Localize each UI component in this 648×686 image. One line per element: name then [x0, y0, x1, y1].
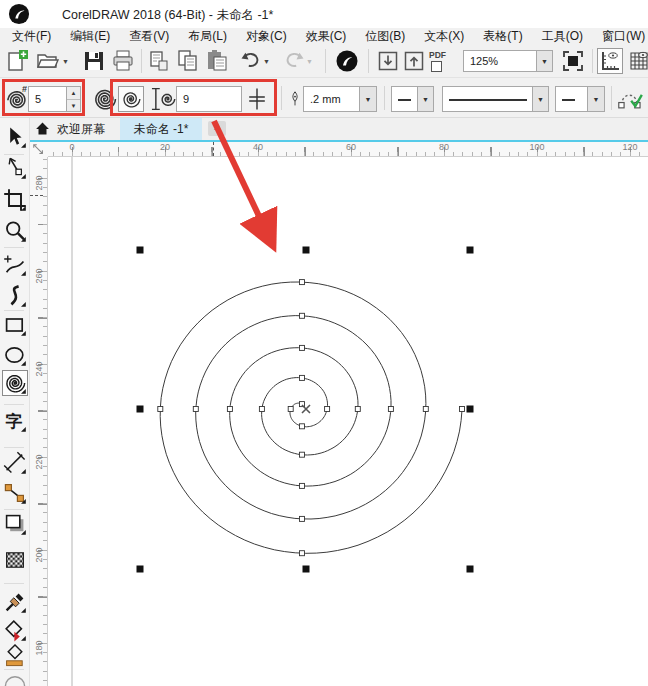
curve-node[interactable]: [288, 407, 293, 412]
transparency-tool[interactable]: [3, 548, 27, 572]
menu-item[interactable]: 编辑(E): [70, 28, 110, 45]
outline-pen-tool[interactable]: [3, 672, 27, 686]
close-curve-button[interactable]: [617, 86, 643, 112]
pick-tool[interactable]: [3, 125, 27, 149]
zoom-tool[interactable]: [3, 219, 27, 243]
curve-node[interactable]: [300, 516, 305, 521]
menu-item[interactable]: 文本(X): [424, 28, 464, 45]
curve-node[interactable]: [158, 407, 163, 412]
spiral-tool[interactable]: [3, 371, 27, 395]
selection-handle[interactable]: [467, 566, 474, 573]
home-icon[interactable]: [34, 121, 51, 137]
zoom-level-combo[interactable]: 125%: [463, 50, 537, 72]
dimension-tool[interactable]: [3, 451, 27, 475]
shape-tool[interactable]: [3, 156, 27, 180]
open-button[interactable]: [36, 49, 60, 73]
undo-button[interactable]: [239, 49, 263, 73]
curve-node[interactable]: [355, 407, 360, 412]
menu-item[interactable]: 位图(B): [365, 28, 405, 45]
curve-node[interactable]: [300, 345, 305, 350]
object-center-mark[interactable]: [302, 405, 310, 413]
zoom-level-dropdown[interactable]: ▼: [536, 50, 553, 72]
vertical-ruler[interactable]: 280260240220200180: [30, 157, 48, 686]
ruler-origin[interactable]: [30, 142, 48, 157]
curve-node[interactable]: [423, 407, 428, 412]
logarithmic-spiral-button[interactable]: [118, 86, 144, 112]
selection-handle[interactable]: [137, 566, 144, 573]
spiral-object[interactable]: [160, 282, 462, 553]
line-style-dropdown[interactable]: ▼: [532, 86, 549, 112]
curve-node[interactable]: [325, 407, 330, 412]
ellipse-tool[interactable]: [3, 343, 27, 367]
start-arrowhead-dropdown[interactable]: ▼: [417, 86, 434, 112]
smart-fill-tool[interactable]: [3, 644, 27, 668]
publish-pdf-button[interactable]: PDF: [429, 49, 455, 73]
import-button[interactable]: [376, 49, 400, 73]
drop-shadow-tool[interactable]: [3, 512, 27, 536]
menu-item[interactable]: 对象(C): [246, 28, 287, 45]
outline-width-dropdown[interactable]: ▼: [359, 86, 377, 112]
copy-button[interactable]: [176, 49, 200, 73]
curve-node[interactable]: [300, 375, 305, 380]
selection-handle[interactable]: [137, 247, 144, 254]
curve-node[interactable]: [300, 551, 305, 556]
drawing-canvas[interactable]: [48, 157, 648, 686]
open-dropdown-caret[interactable]: ▼: [62, 58, 69, 65]
full-screen-preview-button[interactable]: [561, 49, 585, 73]
menu-item[interactable]: 布局(L): [188, 28, 227, 45]
undo-dropdown-caret[interactable]: ▼: [263, 58, 270, 65]
tab-welcome-screen[interactable]: 欢迎屏幕: [57, 118, 105, 140]
spiral-expansion-input[interactable]: 9: [176, 86, 242, 112]
launch-button[interactable]: [335, 49, 359, 73]
new-tab-button[interactable]: +: [208, 121, 226, 136]
selection-handle[interactable]: [303, 247, 310, 254]
interactive-fill-tool[interactable]: [3, 618, 27, 642]
crop-tool[interactable]: [3, 188, 27, 212]
curve-node[interactable]: [259, 407, 264, 412]
show-grid-button[interactable]: [627, 49, 648, 73]
redo-dropdown-caret[interactable]: ▼: [306, 58, 313, 65]
curve-node[interactable]: [193, 407, 198, 412]
artistic-media-tool[interactable]: [3, 284, 27, 308]
menu-item[interactable]: 文件(F): [12, 28, 51, 45]
menu-item[interactable]: 表格(T): [483, 28, 522, 45]
curve-node[interactable]: [460, 407, 465, 412]
text-tool[interactable]: 字: [3, 409, 27, 433]
tab-document[interactable]: 未命名 -1*: [120, 118, 202, 140]
connector-tool[interactable]: [3, 481, 27, 505]
end-arrowhead-combo[interactable]: [555, 86, 588, 112]
menu-item[interactable]: 工具(O): [542, 28, 583, 45]
redo-button[interactable]: [282, 49, 306, 73]
curve-node[interactable]: [300, 452, 305, 457]
cut-button[interactable]: [147, 49, 171, 73]
export-button[interactable]: [402, 49, 426, 73]
curve-node[interactable]: [300, 483, 305, 488]
paste-button[interactable]: [205, 49, 229, 73]
selection-handle[interactable]: [137, 406, 144, 413]
start-arrowhead-combo[interactable]: [391, 86, 418, 112]
menu-item[interactable]: 窗口(W): [602, 28, 645, 45]
print-button[interactable]: [111, 49, 135, 73]
curve-node[interactable]: [300, 313, 305, 318]
selection-handle[interactable]: [467, 406, 474, 413]
end-arrowhead-dropdown[interactable]: ▼: [587, 86, 605, 112]
curve-node[interactable]: [388, 407, 393, 412]
curve-node[interactable]: [300, 424, 305, 429]
menu-item[interactable]: 查看(V): [129, 28, 169, 45]
selection-handle[interactable]: [303, 566, 310, 573]
rectangle-tool[interactable]: [3, 313, 27, 337]
line-style-combo[interactable]: [442, 86, 533, 112]
new-document-button[interactable]: [5, 49, 29, 73]
show-rulers-button[interactable]: [598, 49, 622, 73]
selection-handle[interactable]: [467, 247, 474, 254]
eyedropper-tool[interactable]: [3, 590, 27, 614]
outline-width-combo[interactable]: .2 mm: [303, 86, 360, 112]
save-button[interactable]: [82, 49, 106, 73]
menu-item[interactable]: 效果(C): [306, 28, 347, 45]
spiral-revolutions-input[interactable]: 5: [28, 86, 67, 112]
curve-node[interactable]: [227, 407, 232, 412]
symmetrical-spiral-button[interactable]: [92, 86, 118, 112]
spiral-expansion-slider-icon[interactable]: [244, 86, 270, 112]
spiral-revolutions-spinner[interactable]: ▲▼: [66, 86, 81, 112]
freehand-tool[interactable]: [3, 253, 27, 277]
